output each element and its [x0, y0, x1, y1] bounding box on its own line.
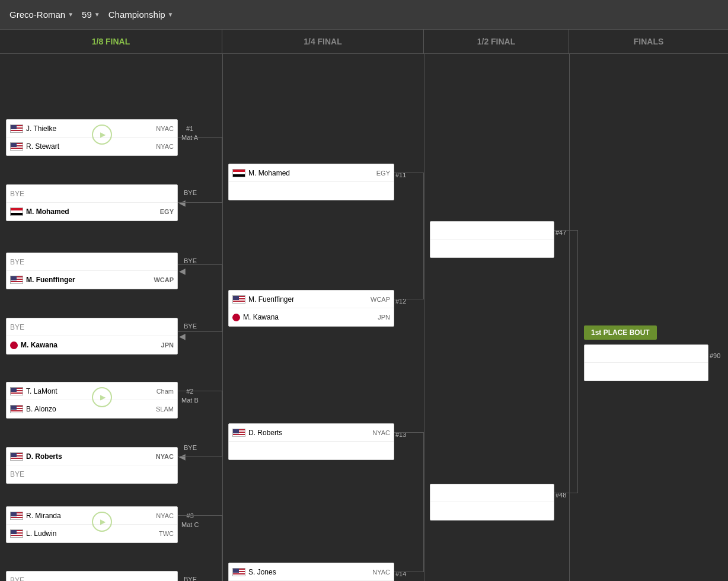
player-name-3-p2: M. Fuenffinger [26, 276, 151, 284]
col-header-quarter: 1/4 FINAL [222, 30, 424, 53]
player-name-1-p1: J. Thielke [26, 124, 153, 133]
q3-row1: D. Roberts NYAC [229, 424, 394, 442]
player-name-1-p2: R. Stewart [26, 142, 153, 151]
match-4: BYE M. Kawana JPN [6, 318, 178, 355]
player-name-7-p2: L. Ludwin [26, 529, 156, 538]
first-place-label: 1st PLACE BOUT [584, 325, 657, 340]
play-btn-1[interactable]: ▶ [92, 124, 112, 145]
s1-row2 [430, 240, 554, 257]
q1-row2 [229, 182, 394, 200]
bye-label-m6: BYE [184, 444, 197, 451]
flag-usa-7 [10, 452, 23, 461]
arrow-6: ◀ [179, 452, 186, 461]
style-dropdown[interactable]: Greco-Roman ▼ [9, 9, 74, 20]
col-header-finals: FINALS [569, 30, 728, 53]
player-club-5-p1: Cham [157, 388, 174, 395]
flag-usa-9 [10, 529, 23, 538]
play-btn-5[interactable]: ▶ [92, 387, 112, 407]
q3-row2 [229, 442, 394, 459]
flag-usa-3 [10, 276, 23, 284]
style-dropdown-arrow: ▼ [68, 11, 74, 18]
arrow-3: ◀ [179, 266, 186, 276]
q2-p2-club: JPN [378, 314, 390, 321]
player-club-1-p1: NYAC [156, 125, 174, 132]
q2-row2: M. Kawana JPN [229, 308, 394, 326]
flag-usa-q2 [232, 295, 245, 304]
toolbar: Greco-Roman ▼ 59 ▼ Championship ▼ [0, 0, 728, 30]
s1-row1 [430, 222, 554, 240]
bye-label-m3: BYE [184, 257, 197, 264]
weight-dropdown-arrow: ▼ [94, 11, 100, 18]
finals-match [584, 344, 708, 381]
flag-usa-2 [10, 142, 23, 151]
column-headers: 1/8 FINAL 1/4 FINAL 1/2 FINAL FINALS [0, 30, 728, 54]
round-dropdown[interactable]: Championship ▼ [108, 9, 174, 20]
match-row-4-p1: BYE [7, 318, 177, 336]
weight-dropdown[interactable]: 59 ▼ [82, 9, 100, 20]
q4-p1-club: NYAC [372, 569, 390, 576]
bye-label-2: BYE [10, 190, 174, 198]
match-row-1-p2: R. Stewart NYAC [7, 138, 177, 155]
play-btn-7[interactable]: ▶ [92, 512, 112, 532]
player-club-6-p1: NYAC [156, 453, 174, 460]
col-header-eighth: 1/8 FINAL [0, 30, 222, 53]
bye-label-6: BYE [10, 470, 174, 478]
finals-label: #90 [710, 352, 720, 359]
q3-p1-club: NYAC [372, 429, 390, 436]
match-row-5-p2: B. Alonzo SLAM [7, 400, 177, 418]
flag-usa-8 [10, 512, 23, 520]
match-2: BYE M. Mohamed EGY [6, 184, 178, 221]
finals-row1 [585, 345, 708, 363]
player-club-1-p2: NYAC [156, 143, 174, 150]
bye-label-m8: BYE [184, 576, 197, 581]
flag-usa-q3 [232, 429, 245, 437]
arrow-2: ◀ [179, 198, 186, 208]
flag-egy-1 [10, 208, 23, 216]
player-name-6-p1: D. Roberts [26, 452, 153, 461]
bracket-area: J. Thielke NYAC R. Stewart NYAC ▶ #1 Mat… [0, 54, 728, 581]
bye-label-m2: BYE [184, 189, 197, 196]
bye-label-8: BYE [10, 576, 174, 582]
flag-jpn-1 [10, 341, 18, 349]
match-row-2-p1: BYE [7, 185, 177, 203]
q2-row1: M. Fuenffinger WCAP [229, 290, 394, 308]
match-6: D. Roberts NYAC BYE [6, 447, 178, 484]
flag-jpn-q2 [232, 314, 240, 321]
bye-label-3: BYE [10, 258, 174, 266]
semi-2 [430, 484, 554, 521]
q1-p1-name: M. Mohamed [248, 169, 373, 177]
player-name-5-p2: B. Alonzo [26, 405, 153, 413]
flag-usa-1 [10, 124, 23, 133]
finals-row2 [585, 363, 708, 381]
match-label-7: #3 Mat C [181, 512, 199, 530]
quarter-1: M. Mohamed EGY [228, 164, 394, 200]
player-name-4-p2: M. Kawana [21, 341, 158, 349]
match-row-4-p2: M. Kawana JPN [7, 336, 177, 354]
flag-usa-q4 [232, 568, 245, 576]
q4-row1: S. Jones NYAC [229, 563, 394, 581]
player-club-4-p2: JPN [161, 341, 174, 349]
arrow-4: ◀ [179, 331, 186, 341]
quarter-3: D. Roberts NYAC [228, 423, 394, 460]
q4-p1-name: S. Jones [248, 568, 369, 576]
q2-p1-name: M. Fuenffinger [248, 295, 368, 304]
bye-label-m4: BYE [184, 323, 197, 330]
player-club-7-p2: TWC [159, 530, 174, 537]
player-club-5-p2: SLAM [156, 406, 174, 413]
match-label-5: #2 Mat B [181, 387, 199, 406]
flag-egy-q1 [232, 169, 245, 177]
round-dropdown-arrow: ▼ [168, 11, 174, 18]
s2-row1 [430, 484, 554, 502]
round-label: Championship [108, 9, 165, 20]
style-label: Greco-Roman [9, 9, 65, 20]
player-name-5-p1: T. LaMont [26, 387, 154, 395]
match-label-1: #1 Mat A [181, 124, 198, 143]
flag-usa-5 [10, 387, 23, 395]
player-club-7-p1: NYAC [156, 512, 174, 519]
player-club-2-p2: EGY [160, 208, 174, 215]
weight-label: 59 [82, 9, 92, 20]
player-name-7-p1: R. Miranda [26, 512, 153, 520]
match-3: BYE M. Fuenffinger WCAP [6, 253, 178, 289]
quarter-4: S. Jones NYAC [228, 563, 394, 581]
s2-row2 [430, 502, 554, 520]
